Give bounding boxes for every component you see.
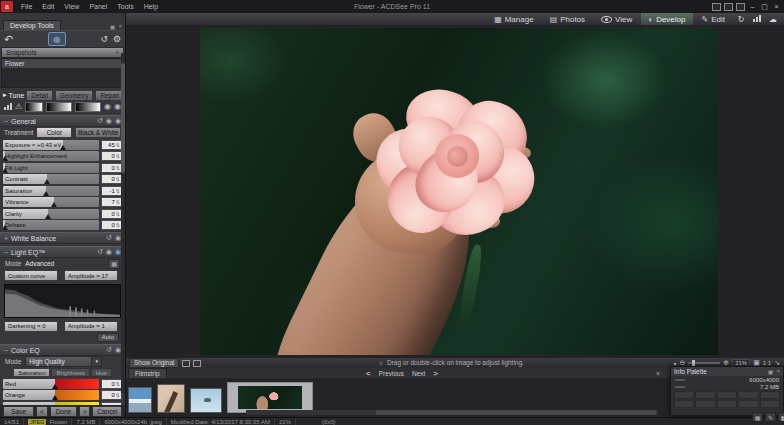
reset-section-icon[interactable]: ↺	[106, 346, 112, 354]
reset-section-icon[interactable]: ↺	[106, 234, 112, 242]
mode-edit[interactable]: ✎ Edit	[695, 13, 733, 25]
spinner-icon[interactable]: ⇅	[116, 165, 120, 171]
snapshots-header[interactable]: Snapshots +	[1, 47, 124, 58]
coloreq-tab-brightness[interactable]: Brightness	[51, 368, 89, 377]
reset-section-icon[interactable]: ↺	[97, 248, 103, 256]
menu-panel[interactable]: Panel	[84, 3, 112, 10]
thumbnail-bird[interactable]	[190, 388, 222, 413]
panel-scrollbar[interactable]	[121, 53, 125, 393]
save-button[interactable]: Save	[3, 406, 34, 417]
settings-circle-icon[interactable]: ◉	[114, 102, 121, 111]
slider-value-box[interactable]: 0⇅	[101, 163, 122, 173]
mode-develop[interactable]: ◐ Develop	[641, 13, 692, 25]
slider-value-box[interactable]: -1⇅	[101, 186, 122, 196]
previous-image-button[interactable]: <	[36, 406, 47, 417]
thumbnail-portrait[interactable]	[157, 384, 185, 413]
undo-icon[interactable]: ↶	[4, 33, 13, 46]
light-eq-section-header[interactable]: − Light EQ™ ↺ ◉ ◉	[0, 246, 125, 258]
slider-dehaze[interactable]: Dehaze 0⇅	[3, 220, 122, 230]
slider-value-box[interactable]: 0⇅	[101, 390, 122, 400]
mode-manage[interactable]: ▦ Manage	[487, 13, 540, 25]
slider-value-box[interactable]: 45⇅	[101, 140, 122, 150]
spinner-icon[interactable]: ⇅	[116, 222, 120, 228]
spinner-icon[interactable]: ⇅	[116, 142, 120, 148]
spinner-icon[interactable]: ⇅	[116, 211, 120, 217]
slider-value-box[interactable]: 0⇅	[101, 220, 122, 230]
next-button[interactable]: Next	[412, 370, 425, 377]
menu-help[interactable]: Help	[139, 3, 163, 10]
show-original-button[interactable]: Show Original	[129, 358, 179, 368]
exposure-warning-icon[interactable]: ⚠	[15, 102, 22, 111]
add-snapshot-icon[interactable]: +	[115, 49, 119, 56]
slider-value-box[interactable]: 0⇅	[101, 379, 122, 389]
tone-gradient-swatch[interactable]	[25, 102, 42, 112]
spinner-icon[interactable]: ⇅	[116, 188, 120, 194]
gear-icon[interactable]: ⚙	[113, 34, 121, 44]
maximize-button[interactable]: ▢	[760, 3, 769, 11]
slider-value-box[interactable]: 0⇅	[101, 174, 122, 184]
slider-contrast[interactable]: Contrast 0⇅	[3, 174, 122, 184]
coloreq-mode-dropdown[interactable]: High Quality ▾	[25, 356, 102, 367]
frames-icon[interactable]: ◧	[778, 412, 784, 422]
close-button[interactable]: ×	[772, 3, 781, 10]
histogram-icon[interactable]	[4, 102, 12, 111]
cancel-button[interactable]: Cancel	[92, 406, 122, 417]
darkening-slider[interactable]: Darkening = 0	[4, 321, 58, 332]
photo-rose-in-hand[interactable]	[200, 28, 718, 355]
treatment-bw-button[interactable]: Black & White	[75, 127, 121, 138]
amplitude-slider[interactable]: Amplitude = 17	[64, 270, 118, 281]
auto-button[interactable]: Auto	[97, 333, 119, 342]
previous-arrow-icon[interactable]: <	[366, 369, 371, 378]
general-section-header[interactable]: − General ↺ ◉ ◉	[0, 115, 125, 127]
filmstrip-scrollbar[interactable]	[246, 410, 658, 415]
menu-edit[interactable]: Edit	[37, 3, 59, 10]
menu-tools[interactable]: Tools	[112, 3, 138, 10]
next-image-button[interactable]: >	[79, 406, 90, 417]
slider-value-box[interactable]: 0⇅	[101, 151, 122, 161]
mode-photos[interactable]: ▤ Photos	[543, 13, 592, 25]
light-eq-histogram[interactable]	[4, 284, 121, 318]
slider-clarity[interactable]: Clarity 0⇅	[3, 209, 122, 219]
layout-pane-icon[interactable]	[724, 3, 733, 11]
pencil-icon[interactable]: ✎	[765, 412, 776, 422]
slider-value-box[interactable]: 0⇅	[101, 209, 122, 219]
tab-detail[interactable]: Detail	[26, 90, 53, 101]
minimize-button[interactable]: –	[748, 3, 757, 10]
coloreq-tab-saturation[interactable]: Saturation	[13, 368, 50, 377]
amplitude-bottom-slider[interactable]: Amplitude = 1	[64, 321, 118, 332]
section-toggle-icon[interactable]: ◉	[106, 117, 112, 125]
spinner-icon[interactable]: ⇅	[116, 176, 120, 182]
slider-highlight-enhancement[interactable]: Highlight Enhancement 0⇅	[3, 151, 122, 161]
slider-vibrance[interactable]: Vibrance 7⇅	[3, 197, 122, 207]
refresh-icon[interactable]: ↺	[100, 34, 108, 44]
tone-gradient-swatch[interactable]	[46, 102, 72, 112]
spinner-icon[interactable]: ⇅	[116, 381, 120, 387]
lighteq-mode-dropdown[interactable]: Advanced	[25, 260, 54, 267]
color-eq-section-header[interactable]: − Color EQ ↺ ◉	[0, 344, 125, 356]
previous-button[interactable]: Previous	[379, 370, 404, 377]
compare-view-icon[interactable]	[193, 360, 201, 367]
info-palette-close-icon[interactable]: ×	[776, 368, 780, 375]
slider-value-box[interactable]: 7⇅	[101, 197, 122, 207]
snapshot-item-flower[interactable]: Flower	[2, 59, 123, 68]
treatment-color-button[interactable]: Color	[36, 127, 72, 138]
tab-geometry[interactable]: Geometry	[55, 90, 94, 101]
white-balance-section-header[interactable]: + White Balance ↺ ◉	[0, 232, 125, 244]
fullscreen-icon[interactable]	[182, 360, 190, 367]
image-canvas[interactable]	[126, 25, 784, 358]
thumbnail-rose-selected[interactable]	[227, 382, 313, 413]
pin-icon[interactable]: ▣	[110, 23, 116, 30]
tone-gradient-swatch[interactable]	[75, 102, 101, 112]
panel-close-icon[interactable]: ×	[118, 23, 122, 30]
tab-tune[interactable]: ▸ Tune	[3, 91, 24, 99]
slider-fill-light[interactable]: Fill Light 0⇅	[3, 163, 122, 173]
slider-saturation[interactable]: Saturation -1⇅	[3, 186, 122, 196]
custom-curve-button[interactable]: Custom curve	[4, 270, 58, 281]
grid-icon[interactable]: ▦	[752, 412, 763, 422]
info-circle-icon[interactable]: ◉	[104, 102, 111, 111]
acdsee-365-cloud-icon[interactable]: ☁	[766, 15, 780, 24]
layout-pane-icon[interactable]	[712, 3, 721, 11]
spinner-icon[interactable]: ⇅	[116, 153, 120, 159]
section-toggle-icon[interactable]: ◉	[106, 248, 112, 256]
mode-view[interactable]: View	[594, 13, 639, 25]
